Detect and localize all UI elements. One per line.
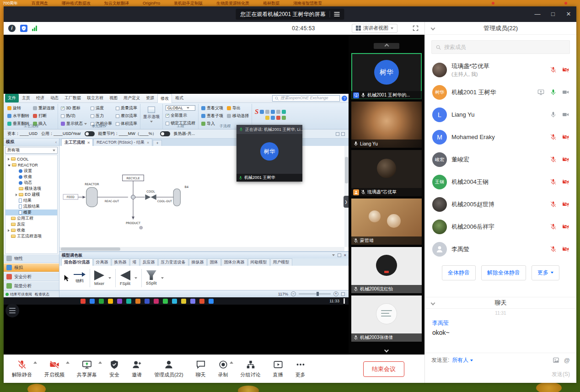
member-row[interactable]: M Mohamed Eraky	[425, 126, 576, 148]
view-parent-button[interactable]: 查看父项	[201, 105, 223, 111]
palette-tab[interactable]: 固体	[207, 258, 221, 266]
info-icon[interactable]: i	[8, 25, 16, 32]
flowsheet-canvas[interactable]: FEED REACTOR REAC-OUT RECYCLE	[59, 146, 349, 252]
tree-item[interactable]: 收敛	[5, 174, 57, 180]
message-input-area[interactable]: 发送(S)	[425, 367, 576, 383]
move-select-button[interactable]: 移动选择	[227, 113, 249, 119]
checkbox-temperature[interactable]: 温度	[91, 105, 112, 111]
collapse-chat-icon[interactable]	[431, 301, 435, 306]
at-mention-icon[interactable]: @	[564, 357, 570, 364]
unmute-all-button[interactable]: 解除全体静音	[481, 265, 526, 280]
addon-icon[interactable]	[282, 110, 286, 114]
start-video-button[interactable]: 开启视频	[44, 360, 64, 378]
taskbar-app-icon[interactable]	[135, 299, 140, 304]
panel-close-icon[interactable]	[341, 132, 345, 136]
tab-new[interactable]: +	[153, 140, 161, 146]
tree-item[interactable]: 工艺流程选项	[5, 233, 57, 239]
ssplit-variants-icon[interactable]	[161, 277, 164, 279]
live-stream-button[interactable]: 直播	[273, 360, 283, 378]
browser-tab[interactable]: 哪种格式数据改	[62, 0, 91, 6]
palette-item-material[interactable]: 物料	[74, 272, 86, 284]
share-options-arrow[interactable]	[98, 361, 102, 364]
display-options-button[interactable]: 显示选项	[143, 105, 160, 124]
checkbox-pressure[interactable]: 压力	[91, 113, 112, 119]
send-button[interactable]: 发送(S)	[552, 371, 570, 378]
member-row[interactable]: L Liang Yu	[425, 103, 576, 126]
browser-tab[interactable]: 装机助手定制版	[174, 0, 203, 6]
video-tile[interactable]: Liang Yu	[351, 102, 422, 148]
nav-section-energy[interactable]: 能量分析	[4, 281, 59, 290]
member-row[interactable]: 机械2005赵世博	[425, 193, 576, 215]
palette-tab[interactable]: 用户模型	[270, 258, 292, 266]
taskbar-app-icon[interactable]	[172, 299, 177, 304]
floating-menu-button[interactable]	[5, 304, 19, 317]
addon-icon[interactable]	[260, 110, 264, 114]
tree-item[interactable]: 收敛	[5, 227, 57, 233]
aspen-search-input[interactable]: 搜索aspenONE Exchange	[272, 95, 340, 102]
shared-screen[interactable]: 文件 主页 经济 动态 工厂数据 联立方程 视图 用户定义 资源 修改 格式 搜…	[4, 35, 349, 354]
view-mode-button[interactable]: 演讲者视图	[352, 24, 397, 33]
show-desktop-button[interactable]	[344, 298, 345, 304]
mixer-variants-icon[interactable]	[108, 277, 111, 279]
tree-item[interactable]: 公用工程	[5, 215, 57, 221]
addon-icon[interactable]	[276, 110, 280, 114]
fsplit-variants-icon[interactable]	[134, 277, 137, 279]
menu-format[interactable]: 格式	[172, 94, 186, 102]
send-to-selector[interactable]: 所有人	[452, 356, 473, 364]
addon-icon[interactable]	[265, 110, 269, 114]
fit-view-icon[interactable]	[341, 292, 345, 296]
maximize-button[interactable]: □	[545, 6, 561, 22]
video-tile[interactable]: 机械2003张倩倩	[351, 295, 422, 342]
palette-tab[interactable]: 反应器	[140, 258, 158, 266]
tree-item[interactable]: 设置	[5, 168, 57, 174]
tree-item[interactable]: 模块选项	[5, 186, 57, 192]
browser-tab[interactable]: 湖南省智慧教育	[293, 0, 322, 6]
energy-toggle[interactable]	[160, 131, 170, 136]
active-speaker-popup[interactable]: 正在讲话: 机械2001 王树华, Li... 树华 机械2001 王树华	[236, 125, 302, 182]
title-bar[interactable]: 您正在观看机械2001 王树华的屏幕 — □ ✕	[4, 6, 576, 22]
aspen-plus-window[interactable]: 文件 主页 经济 动态 工厂数据 联立方程 视图 用户定义 资源 修改 格式 搜…	[4, 94, 349, 297]
addon-icon[interactable]	[282, 116, 286, 120]
panel-option-icon[interactable]	[336, 132, 339, 136]
mute-options-arrow[interactable]	[33, 361, 37, 364]
palette-tab[interactable]: 压力变送设备	[158, 258, 188, 266]
palette-tab[interactable]: 换热器	[112, 258, 129, 266]
member-search-input[interactable]	[444, 44, 566, 50]
taskbar-app-icon[interactable]	[209, 299, 214, 304]
member-row[interactable]: 琉璃盏*芯优草 (主持人, 我)	[425, 59, 576, 81]
tree-item[interactable]: 结果	[5, 198, 57, 204]
help-icon[interactable]: ?	[342, 96, 347, 101]
taskbar-app-icon[interactable]	[199, 299, 204, 304]
tree-item[interactable]: COOL	[5, 156, 57, 162]
tree-item[interactable]: REACTOR	[5, 162, 57, 168]
chat-button[interactable]: 聊天	[196, 360, 206, 378]
browser-tab[interactable]: 700周年	[3, 0, 18, 6]
palette-tab[interactable]: 间歇模型	[248, 258, 270, 266]
taskbar-app-icon[interactable]	[90, 299, 95, 304]
ribbon-rotate[interactable]: 旋转	[7, 105, 29, 111]
tree-item[interactable]: 流股结果	[5, 204, 57, 209]
mute-all-button[interactable]: 全体静音	[442, 265, 476, 280]
taskbar-app-icon[interactable]	[163, 299, 168, 304]
browser-tab[interactable]: 知云文献翻译	[104, 0, 129, 6]
checkbox-mole-flow[interactable]: 摩尔流率	[116, 113, 137, 119]
menu-dynamics[interactable]: 动态	[48, 94, 61, 102]
horizontal-scrollbar[interactable]	[59, 247, 344, 251]
collapse-videos-button[interactable]	[374, 43, 399, 49]
palette-tab[interactable]: 塔	[130, 258, 140, 266]
palette-item-ssplit[interactable]: SSplit	[146, 270, 157, 285]
invite-button[interactable]: 邀请	[132, 360, 142, 378]
record-options-arrow[interactable]	[230, 361, 233, 364]
palette-close-icon[interactable]: ×	[344, 253, 346, 258]
view-child-button[interactable]: 查看子项	[201, 113, 223, 119]
watching-banner[interactable]: 您正在观看机械2001 王树华的屏幕	[236, 9, 344, 20]
menu-customize[interactable]: 用户定义	[121, 94, 143, 102]
record-button[interactable]: 录制	[218, 360, 228, 378]
more-actions-button[interactable]: 更多	[532, 265, 559, 280]
tree-item-selected[interactable]: 概要	[5, 209, 57, 215]
status-tab-results[interactable]: 结果可供查阅	[5, 292, 32, 297]
video-options-arrow[interactable]	[66, 361, 70, 364]
ribbon-break[interactable]: 打断	[33, 113, 55, 119]
menu-resources[interactable]: 资源	[143, 94, 157, 102]
video-tile[interactable]: 琉璃盏*芯优草	[351, 150, 422, 196]
